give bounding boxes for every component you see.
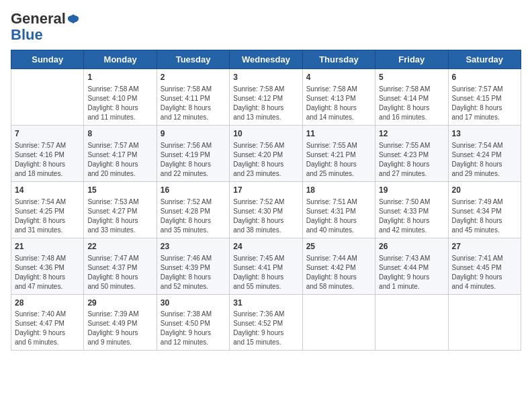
day-info-line: Sunrise: 7:36 AM [233,310,284,318]
day-info-line: Sunrise: 7:51 AM [306,198,357,205]
day-cell: 27Sunrise: 7:41 AMSunset: 4:45 PMDayligh… [448,238,521,294]
day-info-line: and 16 minutes. [379,113,427,121]
day-number: 19 [379,185,444,196]
header-row: SundayMondayTuesdayWednesdayThursdayFrid… [11,50,521,69]
day-info-line: Sunset: 4:20 PM [233,151,283,158]
day-number: 23 [161,241,226,253]
day-info-line: Sunrise: 7:39 AM [87,310,138,318]
col-header-monday: Monday [84,50,157,69]
day-info: Sunrise: 7:43 AMSunset: 4:44 PMDaylight:… [379,254,444,291]
day-info-line: Daylight: 8 hours [233,217,283,224]
day-info-line: Sunset: 4:24 PM [452,151,502,158]
day-info-line: and 29 minutes. [452,170,500,177]
week-row-3: 14Sunrise: 7:54 AMSunset: 4:25 PMDayligh… [11,181,521,238]
day-info: Sunrise: 7:40 AMSunset: 4:47 PMDaylight:… [15,310,80,347]
day-number: 20 [452,185,517,196]
day-info: Sunrise: 7:58 AMSunset: 4:13 PMDaylight:… [306,85,371,122]
day-info-line: Daylight: 8 hours [233,104,283,111]
day-info-line: and 38 minutes. [233,226,281,234]
day-info-line: Sunset: 4:21 PM [306,151,356,158]
day-info-line: Sunrise: 7:57 AM [452,85,503,93]
day-number: 5 [379,72,444,83]
day-info-line: Sunset: 4:45 PM [452,264,502,271]
day-info-line: and 58 minutes. [306,283,354,290]
day-info-line: and 31 minutes. [15,226,62,234]
day-cell: 16Sunrise: 7:52 AMSunset: 4:28 PMDayligh… [157,181,229,238]
day-info-line: Daylight: 8 hours [87,104,138,111]
col-header-tuesday: Tuesday [157,50,229,69]
day-number: 13 [452,128,517,140]
day-info-line: Sunrise: 7:45 AM [233,255,284,262]
calendar-table: SundayMondayTuesdayWednesdayThursdayFrid… [11,50,521,351]
day-info-line: and 40 minutes. [306,226,354,234]
day-info-line: Sunrise: 7:58 AM [87,85,138,93]
day-info: Sunrise: 7:55 AMSunset: 4:21 PMDaylight:… [306,141,371,179]
day-info: Sunrise: 7:54 AMSunset: 4:25 PMDaylight:… [15,197,80,235]
day-number: 9 [161,128,226,140]
day-number: 27 [452,241,517,253]
day-info-line: Sunset: 4:11 PM [161,95,210,102]
day-info-line: Sunset: 4:17 PM [87,151,137,158]
day-cell: 31Sunrise: 7:36 AMSunset: 4:52 PMDayligh… [230,294,302,351]
day-info-line: and 50 minutes. [87,283,135,290]
day-info-line: and 14 minutes. [306,113,354,121]
col-header-sunday: Sunday [11,50,84,69]
day-cell: 8Sunrise: 7:57 AMSunset: 4:17 PMDaylight… [84,126,157,182]
day-info-line: Sunset: 4:34 PM [452,208,502,215]
day-info-line: Daylight: 9 hours [161,329,211,336]
day-info-line: and 45 minutes. [452,226,500,234]
day-number: 17 [233,185,298,196]
day-info-line: Daylight: 9 hours [87,329,138,336]
day-info-line: Sunset: 4:31 PM [306,208,356,215]
day-info-line: and 23 minutes. [233,170,281,177]
day-info-line: Daylight: 8 hours [87,273,138,281]
day-info-line: Sunset: 4:47 PM [15,320,64,327]
day-info-line: Sunrise: 7:52 AM [233,198,284,205]
day-cell: 30Sunrise: 7:38 AMSunset: 4:50 PMDayligh… [157,294,229,351]
day-cell [302,294,375,351]
day-info: Sunrise: 7:51 AMSunset: 4:31 PMDaylight:… [306,197,371,235]
day-cell: 13Sunrise: 7:54 AMSunset: 4:24 PMDayligh… [448,126,521,182]
day-info-line: and 18 minutes. [15,170,62,177]
day-info-line: and 52 minutes. [161,283,208,290]
day-number: 4 [306,72,371,83]
day-info-line: Daylight: 8 hours [306,104,357,111]
day-info-line: Sunrise: 7:40 AM [15,310,66,318]
day-info-line: Daylight: 9 hours [379,273,429,281]
day-number: 21 [15,241,80,253]
day-info-line: Sunset: 4:14 PM [379,95,429,102]
day-info-line: and 22 minutes. [161,170,208,177]
day-info: Sunrise: 7:56 AMSunset: 4:19 PMDaylight:… [161,141,226,179]
day-info-line: and 55 minutes. [233,283,281,290]
day-info-line: and 33 minutes. [87,226,135,234]
day-info: Sunrise: 7:58 AMSunset: 4:12 PMDaylight:… [233,85,298,122]
day-cell: 7Sunrise: 7:57 AMSunset: 4:16 PMDaylight… [11,126,84,182]
day-number: 15 [87,185,152,196]
day-info-line: Daylight: 8 hours [379,217,429,224]
day-info-line: Sunset: 4:25 PM [15,208,64,215]
day-info-line: Daylight: 9 hours [15,329,65,336]
day-number: 10 [233,128,298,140]
day-info: Sunrise: 7:58 AMSunset: 4:10 PMDaylight:… [87,85,152,122]
day-info-line: Sunrise: 7:56 AM [233,142,284,149]
day-info-line: Sunrise: 7:56 AM [161,142,212,149]
day-info: Sunrise: 7:38 AMSunset: 4:50 PMDaylight:… [161,310,226,347]
day-info-line: and 12 minutes. [161,338,208,346]
day-info-line: Sunrise: 7:53 AM [87,198,138,205]
day-info-line: Daylight: 8 hours [306,217,357,224]
day-info-line: Daylight: 8 hours [87,217,138,224]
day-info-line: Sunrise: 7:47 AM [87,255,138,262]
day-info-line: Sunset: 4:50 PM [161,320,210,327]
day-info-line: Sunrise: 7:58 AM [379,85,430,93]
day-info: Sunrise: 7:36 AMSunset: 4:52 PMDaylight:… [233,310,298,347]
day-info-line: Daylight: 8 hours [15,161,65,168]
day-info-line: Sunset: 4:10 PM [87,95,137,102]
logo-blue: Blue [11,26,43,43]
day-cell: 20Sunrise: 7:49 AMSunset: 4:34 PMDayligh… [448,181,521,238]
day-info-line: Sunrise: 7:52 AM [161,198,212,205]
day-info-line: Sunrise: 7:55 AM [379,142,430,149]
day-info-line: Sunrise: 7:43 AM [379,255,430,262]
day-cell: 14Sunrise: 7:54 AMSunset: 4:25 PMDayligh… [11,181,84,238]
day-number: 24 [233,241,298,253]
day-cell: 3Sunrise: 7:58 AMSunset: 4:12 PMDaylight… [230,69,302,126]
